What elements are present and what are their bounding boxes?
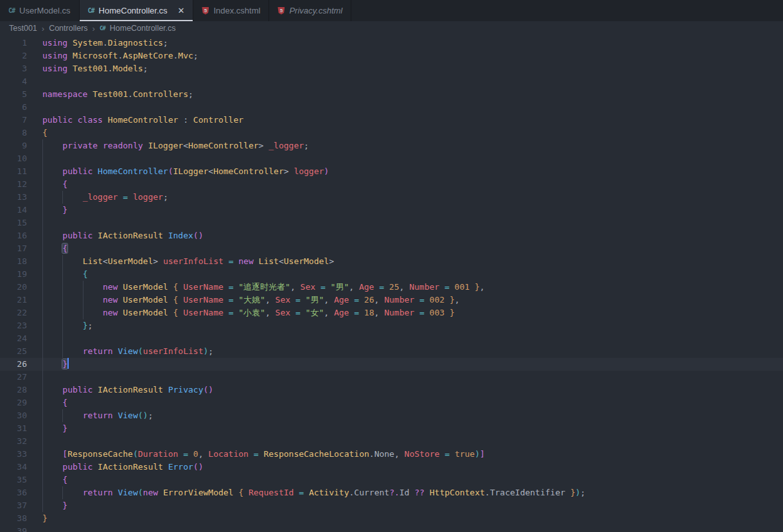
code-line-11[interactable]: 11 public HomeController(ILogger<HomeCon… <box>0 165 783 178</box>
code-line-31[interactable]: 31 } <box>0 422 783 435</box>
code-line-39[interactable]: 39 <box>0 525 783 532</box>
line-number[interactable]: 24 <box>0 332 27 345</box>
code-line-6[interactable]: 6 <box>0 101 783 114</box>
code-line-23[interactable]: 23 }; <box>0 319 783 332</box>
token-pun: > <box>284 166 289 176</box>
line-number[interactable]: 32 <box>0 435 27 448</box>
code-line-3[interactable]: 3using Test001.Models; <box>0 62 783 75</box>
code-line-14[interactable]: 14 } <box>0 204 783 217</box>
code-line-5[interactable]: 5namespace Test001.Controllers; <box>0 88 783 101</box>
line-number[interactable]: 13 <box>0 191 27 204</box>
code-line-12[interactable]: 12 { <box>0 178 783 191</box>
token-b2: ) <box>198 462 204 472</box>
line-number[interactable]: 39 <box>0 525 27 532</box>
code-line-7[interactable]: 7public class HomeController : Controlle… <box>0 114 783 127</box>
token-pun: ; <box>163 192 168 202</box>
line-number[interactable]: 31 <box>0 422 27 435</box>
code-line-8[interactable]: 8{ <box>0 127 783 139</box>
code-line-13[interactable]: 13 _logger = logger; <box>0 191 783 204</box>
token-pun: , <box>324 308 329 317</box>
line-number[interactable]: 17 <box>0 242 27 255</box>
code-line-26[interactable]: 26 } <box>0 358 783 371</box>
breadcrumb-item-folder[interactable]: Controllers <box>49 24 87 33</box>
code-line-36[interactable]: 36 return View(new ErrorViewModel { Requ… <box>0 486 783 499</box>
line-number[interactable]: 2 <box>0 49 27 62</box>
token-type: HomeController <box>188 141 259 150</box>
code-line-22[interactable]: 22 new UserModel { UserName = "小袁", Sex … <box>0 306 783 319</box>
code-line-25[interactable]: 25 return View(userInfoList); <box>0 345 783 358</box>
line-number[interactable]: 27 <box>0 371 27 384</box>
code-line-1[interactable]: 1using System.Diagnostics; <box>0 37 783 49</box>
line-number[interactable]: 19 <box>0 268 27 281</box>
line-number[interactable]: 20 <box>0 281 27 294</box>
breadcrumb-item-file[interactable]: HomeController.cs <box>110 24 176 33</box>
code-line-27[interactable]: 27 <box>0 371 783 384</box>
code-line-4[interactable]: 4 <box>0 75 783 88</box>
code-line-15[interactable]: 15 <box>0 217 783 229</box>
line-number[interactable]: 21 <box>0 294 27 306</box>
line-number[interactable]: 29 <box>0 396 27 409</box>
line-number[interactable]: 3 <box>0 62 27 75</box>
line-number[interactable]: 10 <box>0 152 27 165</box>
code-line-16[interactable]: 16 public IActionResult Index() <box>0 229 783 242</box>
token-op: = <box>419 295 425 305</box>
code-line-35[interactable]: 35 { <box>0 474 783 486</box>
line-number[interactable]: 1 <box>0 37 27 49</box>
line-number[interactable]: 15 <box>0 217 27 229</box>
line-number[interactable]: 14 <box>0 204 27 217</box>
line-number[interactable]: 5 <box>0 88 27 101</box>
code-line-28[interactable]: 28 public IActionResult Privacy() <box>0 384 783 396</box>
line-number[interactable]: 33 <box>0 448 27 461</box>
code-line-30[interactable]: 30 return View(); <box>0 409 783 422</box>
code-line-29[interactable]: 29 { <box>0 396 783 409</box>
line-number[interactable]: 34 <box>0 461 27 474</box>
line-number[interactable]: 4 <box>0 75 27 88</box>
code-line-33[interactable]: 33 [ResponseCache(Duration = 0, Location… <box>0 448 783 461</box>
tab-privacy-cshtml[interactable]: 5 Privacy.cshtml <box>269 0 351 21</box>
line-number[interactable]: 18 <box>0 255 27 268</box>
token-kw: ?. <box>389 488 400 497</box>
code-line-2[interactable]: 2using Microsoft.AspNetCore.Mvc; <box>0 49 783 62</box>
breadcrumb-item-project[interactable]: Test001 <box>9 24 37 33</box>
line-number[interactable]: 6 <box>0 101 27 114</box>
code-line-20[interactable]: 20 new UserModel { UserName = "追逐时光者", S… <box>0 281 783 294</box>
code-line-18[interactable]: 18 List<UserModel> userInfoList = new Li… <box>0 255 783 268</box>
close-tab-icon[interactable]: ✕ <box>178 6 185 15</box>
line-number[interactable]: 30 <box>0 409 27 422</box>
indent-guide <box>42 384 43 396</box>
line-number[interactable]: 28 <box>0 384 27 396</box>
code-text: }; <box>42 319 783 332</box>
line-number[interactable]: 8 <box>0 127 27 139</box>
code-line-37[interactable]: 37 } <box>0 499 783 512</box>
token-op: = <box>321 282 326 292</box>
code-line-38[interactable]: 38} <box>0 512 783 525</box>
line-number[interactable]: 23 <box>0 319 27 332</box>
line-number[interactable]: 22 <box>0 306 27 319</box>
code-line-19[interactable]: 19 { <box>0 268 783 281</box>
line-number[interactable]: 35 <box>0 474 27 486</box>
line-number[interactable]: 37 <box>0 499 27 512</box>
line-number[interactable]: 26 <box>0 358 27 371</box>
code-editor[interactable]: 1using System.Diagnostics;2using Microso… <box>0 35 783 532</box>
line-number[interactable]: 11 <box>0 165 27 178</box>
code-text: } <box>42 422 783 435</box>
indent-guide <box>62 268 63 281</box>
line-number[interactable]: 9 <box>0 139 27 152</box>
code-line-10[interactable]: 10 <box>0 152 783 165</box>
line-number[interactable]: 25 <box>0 345 27 358</box>
line-number[interactable]: 7 <box>0 114 27 127</box>
line-number[interactable]: 16 <box>0 229 27 242</box>
code-line-34[interactable]: 34 public IActionResult Error() <box>0 461 783 474</box>
line-number[interactable]: 12 <box>0 178 27 191</box>
line-number[interactable]: 38 <box>0 512 27 525</box>
code-line-17[interactable]: 17 { <box>0 242 783 255</box>
code-line-9[interactable]: 9 private readonly ILogger<HomeControlle… <box>0 139 783 152</box>
code-line-21[interactable]: 21 new UserModel { UserName = "大姚", Sex … <box>0 294 783 306</box>
tab-index-cshtml[interactable]: 5 Index.cshtml <box>193 0 269 21</box>
tab-homecontroller-cs[interactable]: C# HomeController.cs ✕ <box>80 0 194 21</box>
code-line-24[interactable]: 24 <box>0 332 783 345</box>
line-number[interactable]: 36 <box>0 486 27 499</box>
code-text: { <box>42 178 783 191</box>
tab-usermodel-cs[interactable]: C# UserModel.cs <box>0 0 80 21</box>
code-line-32[interactable]: 32 <box>0 435 783 448</box>
